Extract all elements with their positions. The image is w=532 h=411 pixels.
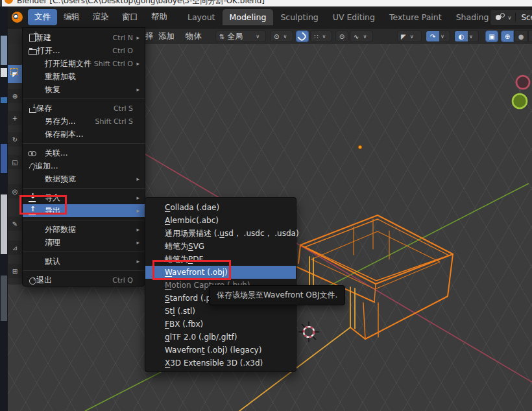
tool-cursor[interactable]: ⊕	[8, 89, 22, 103]
xray-toggle-button[interactable]: ▣	[485, 30, 498, 42]
export-item-3[interactable]: 蜡笔为SVG	[145, 240, 296, 253]
file-menu-item-17[interactable]: 外部数据▸	[23, 223, 145, 236]
file-menu-item-12[interactable]: 数据预览▸	[23, 172, 145, 185]
file-menu-item-6[interactable]: 保存Ctrl S	[23, 102, 145, 115]
shading-material-button[interactable]: ◑	[528, 30, 532, 42]
scene-selector[interactable]: ∨ Sce	[490, 9, 532, 26]
menubar-menu-0[interactable]: 文件	[28, 9, 57, 25]
menu-item-label: 打开...	[37, 45, 112, 56]
menubar-menu-4[interactable]: 帮助	[145, 9, 174, 25]
object-menu[interactable]: 物体	[186, 30, 202, 42]
export-item-1[interactable]: Alembic(.abc)	[145, 214, 296, 227]
menu-item-label: 导入	[45, 193, 133, 204]
menubar-menu-2[interactable]: 渲染	[86, 9, 115, 25]
file-menu-item-4[interactable]: 恢复▸	[23, 83, 145, 96]
submenu-item-label: X3D Extensible 3D (.x3d)	[165, 358, 263, 368]
tool-transform[interactable]: ◎	[8, 184, 22, 198]
titlebar-corner	[0, 0, 2, 6]
file-menu-item-15[interactable]: 导出▸	[23, 204, 145, 217]
snap-toggle-button[interactable]	[296, 30, 309, 42]
export-item-5[interactable]: Wavefront (.obj)	[145, 266, 296, 279]
file-menu-item-22[interactable]: 退出Ctrl Q	[23, 274, 145, 287]
file-menu-item-0[interactable]: 新建Ctrl N▸	[23, 31, 145, 44]
menu-item-label: 打开近期文件	[45, 58, 94, 69]
tab-modeling[interactable]: Modeling	[223, 9, 274, 25]
menu-icon-slot	[28, 85, 38, 95]
proportional-edit-button[interactable]: ⊙	[335, 30, 348, 42]
chevron-down-icon: ∨	[283, 34, 287, 40]
file-menu-item-1[interactable]: 打开...Ctrl O	[23, 44, 145, 57]
menu-separator	[23, 143, 145, 144]
title-bar: Blender [C:\Users\CX\Desktop\gong\baoye\…	[0, 0, 532, 6]
menu-item-label: 追加...	[35, 161, 133, 172]
tool-move[interactable]: +	[8, 111, 22, 125]
tool-measure[interactable]: ⊿	[8, 241, 22, 255]
menu-item-shortcut: Ctrl N	[113, 34, 133, 42]
file-menu-item-10[interactable]: 关联...	[23, 147, 145, 159]
tool-rotate[interactable]: ↻	[8, 132, 22, 147]
blender-logo-icon[interactable]	[12, 12, 23, 23]
overlays-dropdown[interactable]: ◐ ∨	[454, 30, 479, 42]
menu-icon-slot	[28, 72, 38, 82]
tab-sculpting[interactable]: Sculpting	[273, 9, 325, 25]
add-menu[interactable]: 添加	[158, 30, 175, 42]
selectability-visibility-dropdown[interactable]: ◤ ∨	[397, 30, 422, 42]
snap-settings-dropdown[interactable]: ∷ ∨	[310, 30, 332, 42]
submenu-arrow-icon: ▸	[133, 176, 139, 182]
export-item-10[interactable]: glTF 2.0 (.glb/.gltf)	[145, 331, 296, 344]
file-menu-item-14[interactable]: 导入▸	[23, 191, 145, 204]
tool-tweak-select[interactable]: ◤	[8, 65, 22, 83]
export-item-4[interactable]: 蜡笔为PDF	[145, 253, 296, 266]
export-item-0[interactable]: Collada (.dae)	[145, 201, 296, 214]
transform-orientation-dropdown[interactable]: ⇅ 全局 ∨	[215, 30, 266, 42]
background-window-fragment	[1, 276, 7, 321]
submenu-item-label: Wavefront (.obj) (legacy)	[165, 346, 261, 355]
export-item-12[interactable]: X3D Extensible 3D (.x3d)	[145, 357, 296, 370]
menubar-menu-1[interactable]: 编辑	[57, 9, 86, 25]
tool-annotate[interactable]: ✎	[8, 217, 22, 231]
tab-shading[interactable]: Shading	[449, 9, 496, 25]
file-menu-item-8[interactable]: 保存副本...	[23, 128, 145, 141]
import-icon	[28, 193, 38, 203]
tab-uv-editing[interactable]: UV Editing	[326, 9, 382, 25]
cursor-eye-icon: ◤	[401, 33, 406, 40]
background-window-fragment	[1, 194, 7, 254]
export-item-9[interactable]: FBX (.fbx)	[145, 318, 296, 331]
file-menu-item-3[interactable]: 重新加载	[23, 70, 145, 83]
submenu-item-label: Collada (.dae)	[165, 203, 219, 212]
gizmos-dropdown[interactable]: ↷ ∨	[426, 30, 450, 42]
snap-grid-icon: ∷	[314, 33, 318, 40]
menu-item-label: 数据预览	[45, 174, 133, 185]
tool-scale[interactable]: ◱	[8, 155, 22, 169]
menubar-menu-3[interactable]: 窗口	[115, 9, 145, 25]
menu-item-label: 导出	[45, 206, 133, 217]
tool-annotate-icon: ✎	[12, 220, 18, 228]
file-menu-item-11[interactable]: 追加...	[23, 159, 145, 172]
export-item-2[interactable]: 通用场景描述 (.usd， .usdc， .usda)	[145, 227, 296, 240]
tool-column: ◤⊕+↻◱◎✎⊿⊞	[8, 43, 22, 285]
tool-rotate-icon: ↻	[12, 136, 18, 143]
tab-layout[interactable]: Layout	[180, 9, 223, 25]
file-menu-item-7[interactable]: 另存为...Shift Ctrl S	[23, 115, 145, 128]
file-menu-item-18[interactable]: 清理▸	[23, 236, 145, 249]
tool-add-cube[interactable]: ⊞	[8, 264, 22, 278]
submenu-arrow-icon: ▸	[133, 207, 139, 214]
new-icon	[29, 34, 36, 42]
pivot-point-dropdown[interactable]: ⊙ ∨	[270, 30, 293, 42]
menu-item-shortcut: Ctrl Q	[112, 276, 133, 285]
menu-item-shortcut: Ctrl S	[114, 104, 133, 113]
file-menu-item-20[interactable]: 默认▸	[23, 255, 145, 268]
menu-item-label: 外部数据	[45, 224, 133, 235]
shading-solid-button[interactable]: ●	[514, 30, 527, 42]
shading-wireframe-button[interactable]: ⊕	[501, 30, 514, 42]
submenu-arrow-icon: ▸	[133, 258, 139, 264]
export-item-11[interactable]: Wavefront (.obj) (legacy)	[145, 344, 296, 357]
tab-texture-paint[interactable]: Texture Paint	[382, 9, 449, 25]
select-menu[interactable]: 择	[145, 30, 154, 42]
blender-titlebar-icon	[5, 0, 13, 4]
falloff-dropdown[interactable]: ∿ ∨	[350, 30, 373, 42]
file-menu-item-2[interactable]: 打开近期文件Shift Ctrl O▸	[23, 57, 145, 70]
export-item-8[interactable]: Stl (.stl)	[145, 305, 296, 318]
menu-icon-slot	[28, 238, 38, 248]
submenu-arrow-icon: ▸	[133, 239, 139, 246]
